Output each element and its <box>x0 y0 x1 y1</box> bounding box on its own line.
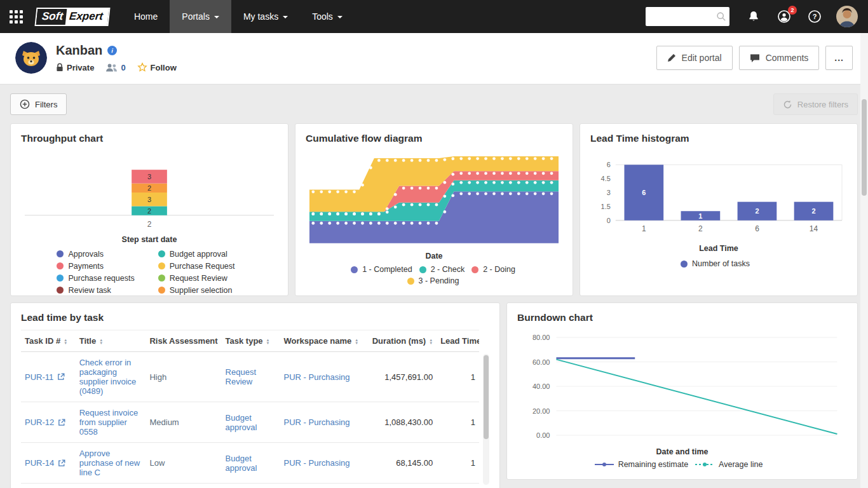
task-id-link[interactable]: PUR-14 <box>25 458 54 468</box>
column-header-title[interactable]: Title▲▼ <box>76 330 146 352</box>
burndown-chart-card: Burndown chart 80.0060.0040.0020.000.00 … <box>506 302 858 480</box>
risk-assessment-value: Low <box>149 458 165 468</box>
throughput-chart-card: Throughput chart 23232 Step start date A… <box>10 123 288 296</box>
legend-item[interactable]: Purchase requests <box>57 273 134 283</box>
column-header-risk-assessment[interactable]: Risk Assessment▲▼ <box>146 330 221 352</box>
edit-portal-button[interactable]: Edit portal <box>656 46 733 70</box>
legend-label: Supplier selection <box>170 286 233 295</box>
workspace-link[interactable]: PUR - Purchasing <box>284 372 350 382</box>
column-header-workspace-name[interactable]: Workspace name▲▼ <box>280 330 361 352</box>
legend-item[interactable]: Request Review <box>158 273 235 283</box>
scrollbar-thumb[interactable] <box>484 355 489 439</box>
svg-text:2: 2 <box>811 207 815 215</box>
sort-icon[interactable]: ▲▼ <box>221 339 222 345</box>
user-avatar[interactable] <box>836 6 858 27</box>
more-options-button[interactable]: ... <box>825 46 853 70</box>
info-icon[interactable]: i <box>107 46 117 55</box>
page-scrollbar[interactable] <box>860 33 868 488</box>
task-title-link[interactable]: Check error in packaging supplier invoic… <box>79 358 137 396</box>
table-row[interactable]: PUR-14Approve purchase of new line CLowB… <box>21 443 479 484</box>
column-header-task-type[interactable]: Task type▲▼ <box>222 330 280 352</box>
follow-button[interactable]: Follow <box>137 62 177 72</box>
members-indicator[interactable]: 0 <box>105 63 125 72</box>
legend-dot <box>158 250 165 257</box>
throughput-chart: 23232 <box>21 147 278 234</box>
duration-value: 68,145.00 <box>361 443 437 484</box>
search-icon[interactable] <box>716 11 726 22</box>
task-type-link[interactable]: Request Review <box>226 367 256 386</box>
svg-text:2: 2 <box>147 207 151 215</box>
grid-icon <box>10 10 23 24</box>
nav-item-home[interactable]: Home <box>122 0 170 33</box>
notifications-bell-icon[interactable] <box>745 8 763 25</box>
burndown-legend: Remaining estimateAverage line <box>517 459 847 470</box>
workspace-link[interactable]: PUR - Purchasing <box>284 417 350 427</box>
legend-item[interactable]: Review task <box>57 285 134 295</box>
external-link-icon[interactable] <box>57 373 65 381</box>
histogram-chart-card: Lead Time histogram 01.534.56611226214 L… <box>580 123 858 296</box>
cfd-chart-card: Cumulative flow diagram Date 1 - Complet… <box>295 123 573 296</box>
column-header-duration-ms[interactable]: Duration (ms)▲▼ <box>361 330 437 352</box>
members-count: 0 <box>121 63 125 72</box>
comments-button[interactable]: Comments <box>739 46 820 70</box>
lead-time-value: 1 <box>437 352 479 402</box>
sort-icon[interactable]: ▲▼ <box>266 339 270 345</box>
duration-value: 1,457,691.00 <box>361 352 437 402</box>
privacy-indicator: Private <box>56 63 94 72</box>
scrollbar-thumb[interactable] <box>862 99 867 196</box>
legend-item[interactable]: 2 - Doing <box>471 265 515 274</box>
card-title: Lead Time histogram <box>590 133 847 144</box>
sort-icon[interactable]: ▲▼ <box>99 339 103 345</box>
task-title-link[interactable]: Approve purchase of new line C <box>79 449 140 477</box>
svg-text:0: 0 <box>607 217 611 224</box>
portal-avatar[interactable] <box>15 42 47 74</box>
global-search <box>646 7 729 26</box>
throughput-chart-canvas: 23232 <box>21 147 278 232</box>
external-link-icon[interactable] <box>58 419 65 426</box>
filters-button[interactable]: Filters <box>10 93 67 115</box>
task-type-link[interactable]: Budget approval <box>226 454 257 473</box>
app-grid-icon[interactable] <box>0 0 32 33</box>
external-link-icon[interactable] <box>58 459 65 467</box>
support-icon[interactable]: 2 <box>775 8 793 25</box>
legend-item[interactable]: Number of tasks <box>681 259 750 268</box>
legend-item[interactable]: 2 - Check <box>419 265 465 274</box>
legend-item[interactable]: 3 - Pending <box>407 276 459 285</box>
nav-item-portals[interactable]: Portals <box>170 0 231 33</box>
table-row[interactable]: PUR-12Request invoice from supplier 0558… <box>21 402 479 443</box>
card-title: Cumulative flow diagram <box>306 133 562 144</box>
nav-item-my-tasks[interactable]: My tasks <box>231 0 300 33</box>
table-header-row: Task ID #▲▼Title▲▼Risk Assessment▲▼Task … <box>21 330 479 352</box>
legend-item[interactable]: Average line <box>695 460 763 469</box>
legend-item[interactable]: Budget approval <box>158 249 235 259</box>
table-vertical-scrollbar[interactable] <box>483 354 489 485</box>
legend-item[interactable]: Approvals <box>57 249 134 259</box>
task-title-link[interactable]: Request invoice from supplier 0558 <box>79 408 139 437</box>
workspace-link[interactable]: PUR - Purchasing <box>284 458 350 468</box>
svg-text:1.5: 1.5 <box>601 203 611 210</box>
column-header-lead-time[interactable]: Lead Time▲▼ <box>437 330 479 352</box>
sort-icon[interactable]: ▲▼ <box>355 339 358 345</box>
softexpert-logo[interactable]: SoftExpert <box>34 8 110 26</box>
task-id-link[interactable]: PUR-12 <box>25 417 54 427</box>
restore-filters-button[interactable]: Restore filters <box>773 93 858 115</box>
legend-item[interactable]: Payments <box>57 261 134 271</box>
lead-time-histogram: 01.534.56611226214 <box>590 158 847 243</box>
legend-item[interactable]: Purchase Request <box>158 261 235 271</box>
task-type-link[interactable]: Budget approval <box>226 413 257 432</box>
svg-text:2: 2 <box>755 207 759 215</box>
card-title: Burndown chart <box>517 312 847 323</box>
legend-item[interactable]: 1 - Completed <box>351 265 412 274</box>
legend-label: Purchase Request <box>170 262 235 271</box>
sort-icon[interactable]: ▲▼ <box>429 339 433 345</box>
external-link-icon <box>58 419 65 426</box>
table-row[interactable]: PUR-11Check error in packaging supplier … <box>21 352 479 402</box>
help-icon[interactable]: ? <box>806 8 824 25</box>
legend-item[interactable]: Remaining estimate <box>595 460 688 469</box>
task-id-link[interactable]: PUR-11 <box>25 372 53 382</box>
legend-item[interactable]: Supplier selection <box>158 285 235 295</box>
legend-label: Review task <box>68 286 111 295</box>
sort-icon[interactable]: ▲▼ <box>64 339 67 345</box>
column-header-task-id[interactable]: Task ID #▲▼ <box>21 330 76 352</box>
nav-item-tools[interactable]: Tools <box>300 0 355 33</box>
